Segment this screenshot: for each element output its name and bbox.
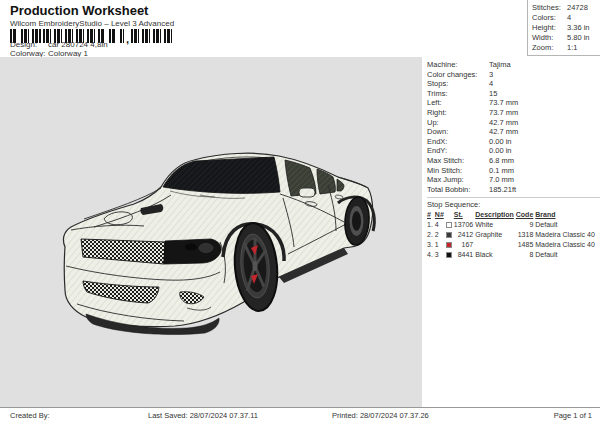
stop-sequence-section: Stop Sequence: # N# St. Description Code… [427, 197, 600, 260]
stop-sequence-row: 1. 4 13706 White 9 Default [427, 220, 597, 230]
machine-info-panel: Machine:Tajima Color changes:3 Stops:4 T… [422, 57, 600, 407]
page-footer: Created By: Last Saved: 28/07/2024 07.37… [0, 407, 600, 424]
machine-row: Total Bobbin:185.21ft [427, 185, 600, 195]
barcode-separator: , [126, 35, 129, 43]
windshield [163, 157, 280, 193]
machine-row: Trims:15 [427, 89, 600, 99]
stop-sequence-row: 2. 2 2412 Graphite 1318 Madeira Classic … [427, 230, 597, 240]
side-mirror [299, 188, 315, 197]
machine-row: Color changes:3 [427, 70, 600, 80]
page-number: Page 1 of 1 [554, 411, 592, 420]
design-canvas [0, 57, 422, 407]
machine-row: Down:42.7 mm [427, 127, 600, 137]
thread-color-swatch [446, 242, 452, 248]
thread-color-swatch [446, 252, 452, 258]
machine-row: EndY:0.00 in [427, 146, 600, 156]
machine-row: Machine:Tajima [427, 60, 600, 70]
stop-sequence-header-row: # N# St. Description Code Brand [427, 211, 597, 220]
summary-row-height: Height:3.36 in [532, 23, 600, 33]
summary-row-width: Width:5.80 in [532, 33, 600, 43]
app-subtitle: Wilcom EmbroideryStudio – Level 3 Advanc… [10, 19, 174, 28]
design-summary-box: Stitches:24728 Colors:4 Height:3.36 in W… [527, 0, 600, 56]
barcode-bars-group2 [131, 29, 173, 43]
created-by-label: Created By: [10, 411, 50, 420]
machine-row: Left:73.7 mm [427, 98, 600, 108]
machine-row: Max Stitch:6.8 mm [427, 156, 600, 166]
stop-sequence-title: Stop Sequence: [427, 200, 600, 210]
worksheet-page: Production Worksheet Wilcom EmbroiderySt… [0, 0, 600, 424]
headlight-lamp-inner [185, 244, 197, 251]
machine-row: EndX:0.00 in [427, 137, 600, 147]
design-value: car 280724 4,8in [48, 40, 108, 49]
design-row: Design:car 280724 4,8in [10, 40, 108, 49]
machine-row: Right:73.7 mm [427, 108, 600, 118]
thread-color-swatch [446, 232, 452, 238]
stop-sequence-row: 4. 3 8441 Black 8 Default [427, 250, 597, 260]
headlight [164, 239, 221, 264]
last-saved-text: Last Saved: 28/07/2024 07.37.11 [148, 411, 258, 420]
summary-row-stitches: Stitches:24728 [532, 3, 600, 13]
car-embroidery-design [48, 135, 426, 347]
machine-row: Max Jump:7.0 mm [427, 175, 600, 185]
stop-sequence-row: 3. 1 167 1485 Madeira Classic 40 [427, 240, 597, 250]
thread-color-swatch [446, 222, 452, 228]
summary-row-zoom: Zoom:1:1 [532, 43, 600, 53]
page-title: Production Worksheet [10, 3, 148, 18]
design-label: Design: [10, 40, 48, 49]
machine-row: Min Stitch:0.1 mm [427, 166, 600, 176]
headlight-lamp-outer [199, 244, 213, 253]
machine-row: Stops:4 [427, 79, 600, 89]
summary-row-colors: Colors:4 [532, 13, 600, 23]
machine-row: Up:42.7 mm [427, 118, 600, 128]
front-center-cap [253, 261, 258, 271]
rear-hub [352, 211, 361, 231]
printed-text: Printed: 28/07/2024 07.37.26 [332, 411, 429, 420]
rear-door-window [317, 169, 335, 194]
swatch-col-header [446, 211, 454, 220]
stop-sequence-table: # N# St. Description Code Brand 1. 4 137… [427, 211, 597, 260]
